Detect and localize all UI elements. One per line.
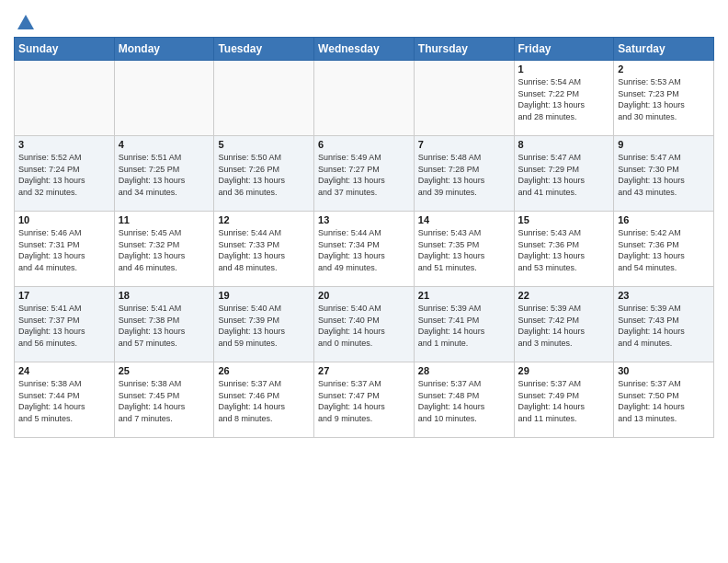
calendar-cell: 16Sunrise: 5:42 AM Sunset: 7:36 PM Dayli… bbox=[614, 212, 714, 287]
weekday-row: SundayMondayTuesdayWednesdayThursdayFrid… bbox=[15, 38, 714, 61]
weekday-header-sunday: Sunday bbox=[15, 38, 115, 61]
day-details: Sunrise: 5:37 AM Sunset: 7:47 PM Dayligh… bbox=[318, 378, 410, 424]
calendar-cell: 28Sunrise: 5:37 AM Sunset: 7:48 PM Dayli… bbox=[414, 362, 514, 438]
day-number: 16 bbox=[618, 214, 710, 225]
day-details: Sunrise: 5:41 AM Sunset: 7:38 PM Dayligh… bbox=[119, 303, 210, 349]
calendar-cell bbox=[314, 61, 415, 136]
calendar-cell: 29Sunrise: 5:37 AM Sunset: 7:49 PM Dayli… bbox=[514, 362, 614, 438]
day-number: 14 bbox=[418, 214, 510, 225]
calendar-cell: 6Sunrise: 5:49 AM Sunset: 7:27 PM Daylig… bbox=[314, 136, 415, 212]
day-details: Sunrise: 5:50 AM Sunset: 7:26 PM Dayligh… bbox=[218, 152, 310, 198]
calendar-cell: 10Sunrise: 5:46 AM Sunset: 7:31 PM Dayli… bbox=[15, 212, 115, 287]
day-details: Sunrise: 5:40 AM Sunset: 7:39 PM Dayligh… bbox=[218, 303, 310, 349]
day-details: Sunrise: 5:44 AM Sunset: 7:34 PM Dayligh… bbox=[318, 227, 410, 273]
day-number: 17 bbox=[18, 290, 110, 301]
calendar-cell: 9Sunrise: 5:47 AM Sunset: 7:30 PM Daylig… bbox=[614, 136, 714, 212]
calendar-cell: 25Sunrise: 5:38 AM Sunset: 7:45 PM Dayli… bbox=[114, 362, 214, 438]
weekday-header-saturday: Saturday bbox=[614, 38, 714, 61]
weekday-header-thursday: Thursday bbox=[414, 38, 514, 61]
calendar-week-4: 17Sunrise: 5:41 AM Sunset: 7:37 PM Dayli… bbox=[15, 287, 714, 362]
day-number: 6 bbox=[318, 139, 410, 150]
day-number: 11 bbox=[119, 214, 210, 225]
day-details: Sunrise: 5:40 AM Sunset: 7:40 PM Dayligh… bbox=[318, 303, 410, 349]
calendar-cell: 26Sunrise: 5:37 AM Sunset: 7:46 PM Dayli… bbox=[214, 362, 314, 438]
calendar-cell: 8Sunrise: 5:47 AM Sunset: 7:29 PM Daylig… bbox=[514, 136, 614, 212]
calendar-cell: 30Sunrise: 5:37 AM Sunset: 7:50 PM Dayli… bbox=[614, 362, 714, 438]
day-details: Sunrise: 5:42 AM Sunset: 7:36 PM Dayligh… bbox=[618, 227, 710, 273]
calendar-cell bbox=[414, 61, 514, 136]
day-number: 9 bbox=[618, 139, 710, 150]
day-details: Sunrise: 5:54 AM Sunset: 7:22 PM Dayligh… bbox=[518, 76, 610, 122]
calendar-cell: 19Sunrise: 5:40 AM Sunset: 7:39 PM Dayli… bbox=[214, 287, 314, 362]
calendar-cell: 17Sunrise: 5:41 AM Sunset: 7:37 PM Dayli… bbox=[15, 287, 115, 362]
calendar-cell: 24Sunrise: 5:38 AM Sunset: 7:44 PM Dayli… bbox=[15, 362, 115, 438]
calendar-cell: 5Sunrise: 5:50 AM Sunset: 7:26 PM Daylig… bbox=[214, 136, 314, 212]
calendar-week-5: 24Sunrise: 5:38 AM Sunset: 7:44 PM Dayli… bbox=[15, 362, 714, 438]
day-details: Sunrise: 5:37 AM Sunset: 7:50 PM Dayligh… bbox=[618, 378, 710, 424]
calendar-cell: 21Sunrise: 5:39 AM Sunset: 7:41 PM Dayli… bbox=[414, 287, 514, 362]
calendar-cell: 18Sunrise: 5:41 AM Sunset: 7:38 PM Dayli… bbox=[114, 287, 214, 362]
calendar-cell: 15Sunrise: 5:43 AM Sunset: 7:36 PM Dayli… bbox=[514, 212, 614, 287]
calendar-cell: 4Sunrise: 5:51 AM Sunset: 7:25 PM Daylig… bbox=[114, 136, 214, 212]
calendar-cell: 3Sunrise: 5:52 AM Sunset: 7:24 PM Daylig… bbox=[15, 136, 115, 212]
calendar-week-3: 10Sunrise: 5:46 AM Sunset: 7:31 PM Dayli… bbox=[15, 212, 714, 287]
day-number: 4 bbox=[119, 139, 210, 150]
day-number: 29 bbox=[518, 365, 610, 376]
day-number: 2 bbox=[618, 63, 710, 75]
weekday-header-wednesday: Wednesday bbox=[314, 38, 415, 61]
weekday-header-tuesday: Tuesday bbox=[214, 38, 314, 61]
day-details: Sunrise: 5:46 AM Sunset: 7:31 PM Dayligh… bbox=[18, 227, 110, 273]
day-number: 8 bbox=[518, 139, 610, 150]
day-details: Sunrise: 5:43 AM Sunset: 7:36 PM Dayligh… bbox=[518, 227, 610, 273]
day-details: Sunrise: 5:49 AM Sunset: 7:27 PM Dayligh… bbox=[318, 152, 410, 198]
calendar-cell: 2Sunrise: 5:53 AM Sunset: 7:23 PM Daylig… bbox=[614, 61, 714, 136]
calendar-cell: 13Sunrise: 5:44 AM Sunset: 7:34 PM Dayli… bbox=[314, 212, 415, 287]
day-details: Sunrise: 5:52 AM Sunset: 7:24 PM Dayligh… bbox=[18, 152, 110, 198]
day-details: Sunrise: 5:51 AM Sunset: 7:25 PM Dayligh… bbox=[119, 152, 210, 198]
day-details: Sunrise: 5:38 AM Sunset: 7:44 PM Dayligh… bbox=[18, 378, 110, 424]
day-number: 22 bbox=[518, 290, 610, 301]
calendar-cell: 22Sunrise: 5:39 AM Sunset: 7:42 PM Dayli… bbox=[514, 287, 614, 362]
weekday-header-friday: Friday bbox=[514, 38, 614, 61]
svg-marker-0 bbox=[17, 15, 34, 29]
calendar-cell: 1Sunrise: 5:54 AM Sunset: 7:22 PM Daylig… bbox=[514, 61, 614, 136]
calendar-cell bbox=[214, 61, 314, 136]
weekday-header-monday: Monday bbox=[114, 38, 214, 61]
day-details: Sunrise: 5:43 AM Sunset: 7:35 PM Dayligh… bbox=[418, 227, 510, 273]
calendar-cell: 12Sunrise: 5:44 AM Sunset: 7:33 PM Dayli… bbox=[214, 212, 314, 287]
day-details: Sunrise: 5:45 AM Sunset: 7:32 PM Dayligh… bbox=[119, 227, 210, 273]
day-number: 10 bbox=[18, 214, 110, 225]
day-number: 20 bbox=[318, 290, 410, 301]
day-details: Sunrise: 5:48 AM Sunset: 7:28 PM Dayligh… bbox=[418, 152, 510, 198]
calendar-cell: 11Sunrise: 5:45 AM Sunset: 7:32 PM Dayli… bbox=[114, 212, 214, 287]
day-number: 19 bbox=[218, 290, 310, 301]
day-number: 28 bbox=[418, 365, 510, 376]
calendar-cell: 20Sunrise: 5:40 AM Sunset: 7:40 PM Dayli… bbox=[314, 287, 415, 362]
day-details: Sunrise: 5:47 AM Sunset: 7:29 PM Dayligh… bbox=[518, 152, 610, 198]
day-number: 1 bbox=[518, 63, 610, 75]
day-number: 5 bbox=[218, 139, 310, 150]
day-number: 24 bbox=[18, 365, 110, 376]
calendar-header: SundayMondayTuesdayWednesdayThursdayFrid… bbox=[15, 38, 714, 61]
calendar-week-1: 1Sunrise: 5:54 AM Sunset: 7:22 PM Daylig… bbox=[15, 61, 714, 136]
day-number: 3 bbox=[18, 139, 110, 150]
day-number: 27 bbox=[318, 365, 410, 376]
logo-icon bbox=[16, 13, 36, 33]
calendar-table: SundayMondayTuesdayWednesdayThursdayFrid… bbox=[14, 37, 714, 438]
day-details: Sunrise: 5:37 AM Sunset: 7:48 PM Dayligh… bbox=[418, 378, 510, 424]
day-number: 25 bbox=[119, 365, 210, 376]
page-container: SundayMondayTuesdayWednesdayThursdayFrid… bbox=[0, 0, 728, 442]
day-number: 15 bbox=[518, 214, 610, 225]
calendar-cell bbox=[114, 61, 214, 136]
day-number: 12 bbox=[218, 214, 310, 225]
day-details: Sunrise: 5:37 AM Sunset: 7:46 PM Dayligh… bbox=[218, 378, 310, 424]
day-details: Sunrise: 5:44 AM Sunset: 7:33 PM Dayligh… bbox=[218, 227, 310, 273]
day-number: 7 bbox=[418, 139, 510, 150]
day-details: Sunrise: 5:39 AM Sunset: 7:41 PM Dayligh… bbox=[418, 303, 510, 349]
day-details: Sunrise: 5:39 AM Sunset: 7:42 PM Dayligh… bbox=[518, 303, 610, 349]
day-number: 21 bbox=[418, 290, 510, 301]
day-details: Sunrise: 5:37 AM Sunset: 7:49 PM Dayligh… bbox=[518, 378, 610, 424]
calendar-cell: 23Sunrise: 5:39 AM Sunset: 7:43 PM Dayli… bbox=[614, 287, 714, 362]
calendar-body: 1Sunrise: 5:54 AM Sunset: 7:22 PM Daylig… bbox=[15, 61, 714, 438]
header bbox=[14, 9, 714, 33]
